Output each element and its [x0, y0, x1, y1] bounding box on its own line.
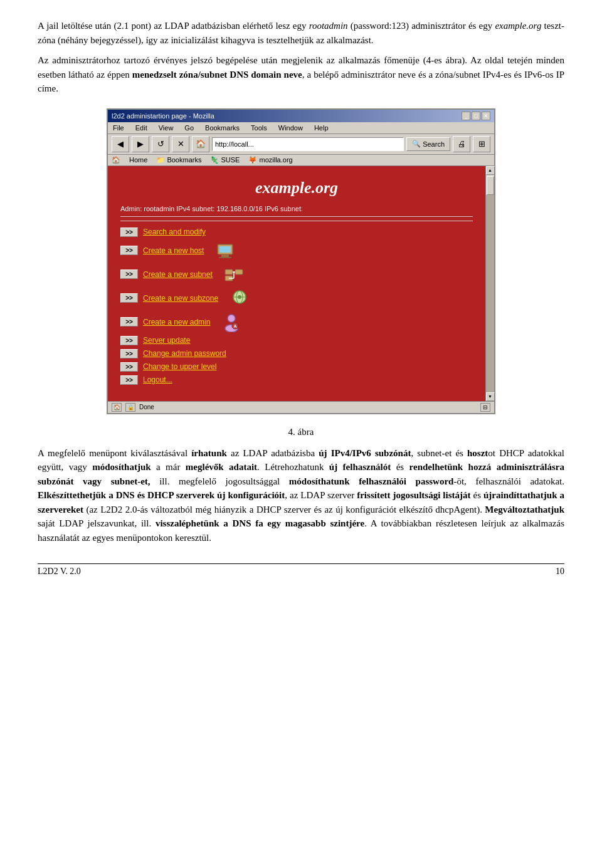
create-admin-arrow[interactable]: >>: [120, 317, 138, 327]
browser-title: l2d2 administartion page - Mozilla: [112, 112, 214, 120]
menu-bookmarks[interactable]: Bookmarks: [203, 123, 242, 132]
status-text: Done: [139, 404, 154, 410]
extra-button[interactable]: ⊞: [473, 136, 490, 152]
page-footer: L2D2 V. 2.0 10: [38, 563, 564, 577]
svg-rect-1: [219, 246, 231, 253]
menu-row-host: >> Create a new host: [120, 241, 473, 261]
menu-file[interactable]: File: [110, 123, 127, 132]
menu-row-subnet: >> Create a new subnet: [120, 264, 473, 285]
footer-left: L2D2 V. 2.0: [38, 567, 81, 577]
browser-menubar: File Edit View Go Bookmarks Tools Window…: [108, 122, 494, 134]
search-modify-arrow[interactable]: >>: [120, 227, 138, 237]
upper-level-link[interactable]: Change to upper level: [143, 362, 216, 371]
server-update-link[interactable]: Server update: [143, 336, 190, 345]
forward-button[interactable]: ▶: [132, 136, 149, 152]
menu-help[interactable]: Help: [312, 123, 331, 132]
search-button[interactable]: 🔍 Search: [406, 137, 450, 151]
menu-row-upper-level: >> Change to upper level: [120, 362, 473, 372]
menu-row-admin: >> Create a new admin A: [120, 312, 473, 332]
scroll-up[interactable]: ▲: [486, 166, 495, 175]
server-update-arrow[interactable]: >>: [120, 336, 138, 345]
admin-icon: A: [221, 312, 241, 332]
status-icon-3: ⊟: [480, 403, 490, 412]
figure-caption: 4. ábra: [38, 427, 564, 437]
browser-titlebar: l2d2 administartion page - Mozilla _ □ ✕: [108, 110, 494, 122]
footer-right: 10: [556, 567, 564, 577]
logout-arrow[interactable]: >>: [120, 375, 138, 385]
search-label: Search: [423, 140, 445, 148]
scroll-thumb[interactable]: [487, 176, 494, 195]
menu-view[interactable]: View: [156, 123, 176, 132]
subzone-icon: [230, 288, 250, 308]
browser-window: l2d2 administartion page - Mozilla _ □ ✕…: [107, 108, 495, 414]
browser-toolbar: ◀ ▶ ↺ ✕ 🏠 🔍 Search 🖨 ⊞: [108, 134, 494, 155]
bookmark-home[interactable]: Home: [129, 156, 147, 164]
subnet-icon: [224, 264, 244, 285]
content-wrapper: example.org Admin: rootadmin IPv4 subnet…: [108, 166, 494, 401]
bookmark-mozilla[interactable]: 🦊 mozilla.org: [248, 156, 292, 164]
host-icon: [215, 241, 235, 261]
svg-point-14: [228, 315, 235, 322]
reload-button[interactable]: ↺: [152, 136, 169, 152]
maximize-button[interactable]: □: [472, 112, 480, 120]
create-subnet-arrow[interactable]: >>: [120, 269, 138, 279]
create-host-arrow[interactable]: >>: [120, 246, 138, 255]
search-icon: 🔍: [412, 140, 421, 148]
site-title: example.org: [120, 179, 473, 197]
svg-rect-5: [235, 269, 243, 275]
home-button[interactable]: 🏠: [192, 136, 209, 152]
svg-rect-3: [219, 257, 231, 258]
menu-row-subzone: >> Create a new subzone: [120, 288, 473, 308]
divider: [120, 221, 473, 221]
paragraph-2: Az adminisztrátorhoz tartozó érvényes je…: [38, 53, 564, 96]
svg-text:A: A: [234, 324, 237, 328]
bookmark-bookmarks[interactable]: 📁 Bookmarks: [156, 156, 201, 164]
logout-link[interactable]: Logout...: [143, 375, 172, 384]
menu-window[interactable]: Window: [276, 123, 305, 132]
create-subzone-arrow[interactable]: >>: [120, 293, 138, 303]
bookmarks-bar: 🏠 Home 📁 Bookmarks 🦎 SUSE 🦊 mozilla.org: [108, 155, 494, 166]
upper-level-arrow[interactable]: >>: [120, 362, 138, 372]
bookmark-suse[interactable]: 🦎 SUSE: [210, 156, 240, 164]
scroll-track: [486, 195, 494, 392]
svg-rect-2: [221, 254, 229, 257]
svg-rect-4: [225, 269, 233, 275]
create-admin-link[interactable]: Create a new admin: [143, 318, 210, 327]
change-password-arrow[interactable]: >>: [120, 349, 138, 358]
menu-row-logout: >> Logout...: [120, 375, 473, 385]
menu-tools[interactable]: Tools: [248, 123, 270, 132]
print-button[interactable]: 🖨: [453, 136, 470, 152]
close-button[interactable]: ✕: [482, 112, 490, 120]
create-subzone-link[interactable]: Create a new subzone: [143, 294, 218, 303]
status-icon-2: 🔒: [125, 403, 135, 412]
minimize-button[interactable]: _: [462, 112, 470, 120]
status-icon-1: 🏠: [112, 403, 122, 412]
search-modify-link[interactable]: Search and modify: [143, 227, 206, 236]
address-bar[interactable]: [212, 137, 404, 151]
menu-list: >> Search and modify >> Create a new hos…: [120, 227, 473, 385]
menu-go[interactable]: Go: [182, 123, 196, 132]
browser-statusbar: 🏠 🔒 Done ⊟: [108, 401, 494, 413]
create-host-link[interactable]: Create a new host: [143, 246, 204, 255]
svg-point-13: [238, 295, 241, 299]
menu-edit[interactable]: Edit: [133, 123, 150, 132]
paragraph-1: A jail letöltése után (2.1 pont) az LDAP…: [38, 19, 564, 47]
scrollbar[interactable]: ▲ ▼: [485, 166, 494, 401]
menu-row-server-update: >> Server update: [120, 336, 473, 345]
create-subnet-link[interactable]: Create a new subnet: [143, 270, 213, 279]
stop-button[interactable]: ✕: [172, 136, 189, 152]
titlebar-buttons: _ □ ✕: [462, 112, 490, 120]
change-password-link[interactable]: Change admin password: [143, 349, 226, 358]
admin-info: Admin: rootadmin IPv4 subnet: 192.168.0.…: [120, 205, 473, 217]
browser-content: example.org Admin: rootadmin IPv4 subnet…: [108, 166, 485, 401]
paragraph-3: A megfelelő menüpont kiválasztásával írh…: [38, 446, 564, 545]
back-button[interactable]: ◀: [112, 136, 129, 152]
menu-row-change-password: >> Change admin password: [120, 349, 473, 358]
home-icon: 🏠: [112, 156, 120, 164]
scroll-down[interactable]: ▼: [486, 392, 495, 401]
menu-row-search: >> Search and modify: [120, 227, 473, 237]
